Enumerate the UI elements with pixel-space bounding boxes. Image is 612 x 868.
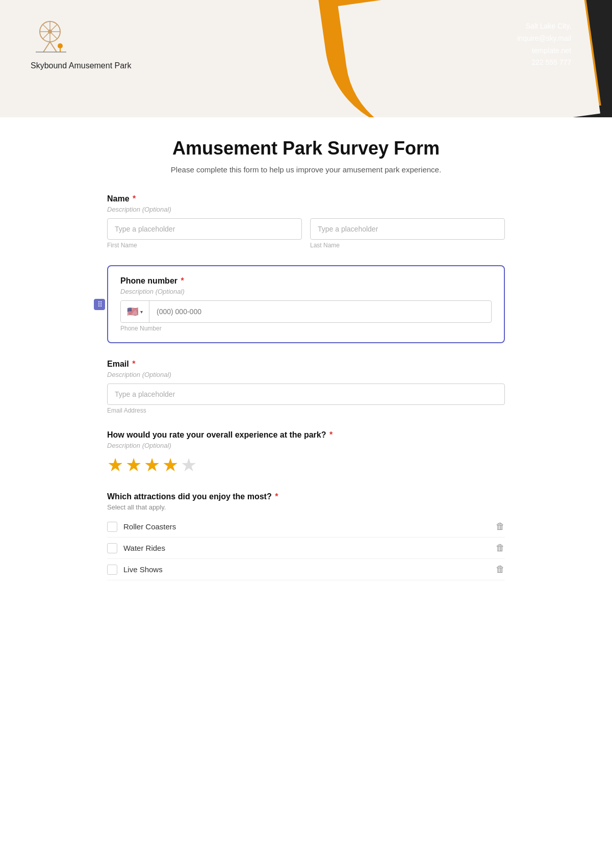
name-input-row: First Name Last Name — [107, 218, 505, 249]
live-shows-checkbox[interactable] — [107, 565, 117, 575]
name-description: Description (Optional) — [107, 206, 505, 213]
brand-name: Skybound Amusement Park — [31, 61, 131, 70]
last-name-sublabel: Last Name — [310, 242, 505, 249]
main-content: Amusement Park Survey Form Please comple… — [76, 117, 536, 627]
name-field-section: Name * Description (Optional) First Name… — [107, 194, 505, 249]
star-2[interactable]: ★ — [125, 454, 142, 476]
phone-number-input[interactable] — [149, 301, 491, 322]
form-subtitle: Please complete this form to help us imp… — [107, 165, 505, 174]
star-4[interactable]: ★ — [162, 454, 178, 476]
roller-coasters-label: Roller Coasters — [123, 522, 176, 531]
logo-icon — [31, 15, 71, 56]
phone-label: Phone number * — [120, 276, 492, 286]
attractions-field-section: Which attractions did you enjoy the most… — [107, 492, 505, 580]
email-sublabel: Email Address — [107, 407, 505, 414]
svg-point-5 — [48, 30, 52, 34]
contact-line2: inquire@sky.mail — [517, 33, 571, 45]
first-name-col: First Name — [107, 218, 302, 249]
email-input[interactable] — [107, 384, 505, 405]
live-shows-label: Live Shows — [123, 565, 163, 574]
attractions-label: Which attractions did you enjoy the most… — [107, 492, 505, 501]
water-rides-label: Water Rides — [123, 544, 165, 552]
contact-line3: template.net — [517, 45, 571, 57]
roller-coasters-delete-icon[interactable]: 🗑 — [496, 521, 505, 532]
star-3[interactable]: ★ — [144, 454, 160, 476]
attraction-option-water-rides: Water Rides 🗑 — [107, 538, 505, 559]
chevron-down-icon: ▾ — [140, 309, 143, 315]
phone-sublabel: Phone Number — [120, 325, 492, 332]
water-rides-delete-icon[interactable]: 🗑 — [496, 543, 505, 553]
star-5[interactable]: ★ — [181, 454, 197, 476]
star-1[interactable]: ★ — [107, 454, 123, 476]
drag-handle[interactable]: ⠿ — [94, 299, 105, 310]
live-shows-delete-icon[interactable]: 🗑 — [496, 564, 505, 575]
water-rides-checkbox[interactable] — [107, 543, 117, 553]
attraction-option-live-shows: Live Shows 🗑 — [107, 559, 505, 580]
contact-line4: 222 555 777 — [517, 57, 571, 69]
phone-input-row: 🇺🇸 ▾ — [120, 300, 492, 323]
first-name-sublabel: First Name — [107, 242, 302, 249]
phone-field-section: ⠿ Phone number * Description (Optional) … — [107, 265, 505, 343]
first-name-input[interactable] — [107, 218, 302, 240]
svg-line-6 — [43, 42, 50, 52]
attractions-hint: Select all that apply. — [107, 503, 505, 511]
logo-area: Skybound Amusement Park — [31, 15, 131, 70]
page-header: Skybound Amusement Park Salt Lake City, … — [0, 0, 612, 117]
email-label: Email * — [107, 360, 505, 369]
form-title: Amusement Park Survey Form — [107, 138, 505, 159]
rating-field-section: How would you rate your overall experien… — [107, 430, 505, 476]
email-description: Description (Optional) — [107, 371, 505, 378]
email-field-section: Email * Description (Optional) Email Add… — [107, 360, 505, 414]
rating-label: How would you rate your overall experien… — [107, 430, 505, 440]
last-name-input[interactable] — [310, 218, 505, 240]
roller-coasters-checkbox[interactable] — [107, 522, 117, 532]
header-contact: Salt Lake City, inquire@sky.mail templat… — [517, 20, 571, 69]
svg-point-8 — [58, 43, 63, 48]
rating-description: Description (Optional) — [107, 442, 505, 449]
last-name-col: Last Name — [310, 218, 505, 249]
phone-flag-selector[interactable]: 🇺🇸 ▾ — [121, 301, 149, 322]
flag-icon: 🇺🇸 — [127, 306, 138, 317]
stars-row: ★ ★ ★ ★ ★ — [107, 454, 505, 476]
phone-description: Description (Optional) — [120, 288, 492, 295]
contact-line1: Salt Lake City, — [517, 20, 571, 33]
svg-line-7 — [50, 42, 57, 52]
attraction-option-roller-coasters: Roller Coasters 🗑 — [107, 516, 505, 538]
name-label: Name * — [107, 194, 505, 203]
